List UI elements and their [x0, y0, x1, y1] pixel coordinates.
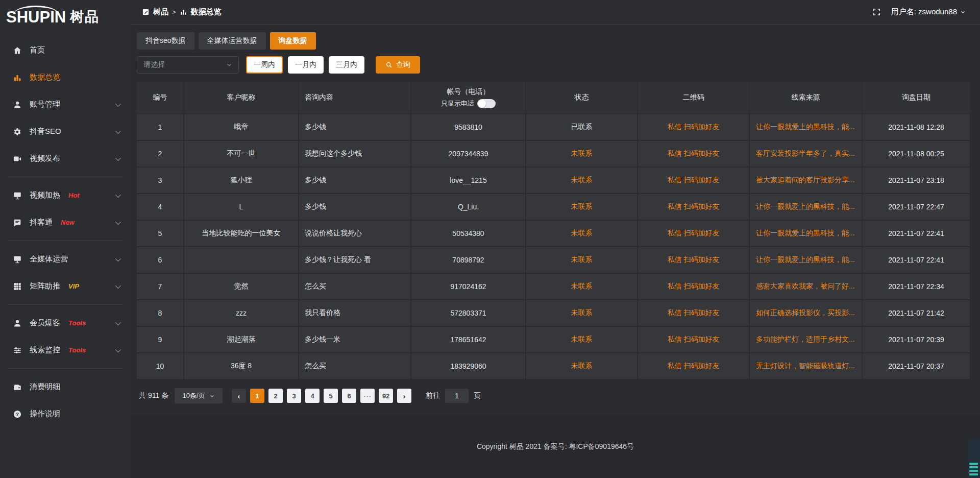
- cell-qr-links[interactable]: 私信 扫码加好友: [638, 327, 750, 353]
- cell-nickname: 觉然: [184, 274, 299, 300]
- cell-account: 9583810: [411, 114, 526, 141]
- footer: Copyright 树品 2021 备案号: 粤ICP备09019646号: [131, 416, 980, 478]
- chevron-down-icon: [115, 101, 121, 106]
- cell-lead-source[interactable]: 客厅安装投影半年多了，真实...: [750, 141, 863, 168]
- page-button[interactable]: 92: [379, 389, 393, 403]
- question-icon: ?: [12, 409, 22, 419]
- sidebar-item[interactable]: 数据总览: [0, 64, 131, 91]
- wallet-icon: [12, 382, 22, 392]
- cell-lead-source[interactable]: 无主灯设计，智能磁吸轨道灯...: [750, 353, 863, 380]
- bar-chart-icon: [180, 8, 187, 16]
- cell-qr-links[interactable]: 私信 扫码加好友: [638, 168, 750, 194]
- sidebar-item[interactable]: 全媒体运营: [0, 246, 131, 273]
- sidebar-item-tag: VIP: [68, 282, 79, 290]
- sidebar-item-label: 会员爆客: [30, 318, 60, 328]
- chevron-down-icon: [115, 155, 121, 160]
- cell-inquiry-date: 2021-11-07 22:47: [863, 194, 970, 221]
- cell-lead-source[interactable]: 如何正确选择投影仪，买投影...: [750, 300, 863, 327]
- sidebar-item[interactable]: ? 操作说明: [0, 400, 131, 427]
- gear-icon: [12, 127, 22, 136]
- page-button[interactable]: ···: [360, 389, 375, 403]
- sidebar-item[interactable]: 消费明细: [0, 373, 131, 400]
- phone-only-toggle[interactable]: [477, 99, 496, 108]
- cell-content: 多少钱？让我死心 看: [299, 247, 411, 274]
- data-tabs: 抖音seo数据全媒体运营数据询盘数据: [137, 32, 969, 50]
- cell-no: 8: [137, 300, 184, 327]
- phone-only-label: 只显示电话: [441, 99, 474, 108]
- cell-lead-source[interactable]: 让你一眼就爱上的黑科技，能...: [750, 114, 863, 141]
- cell-nickname: 哦章: [184, 114, 299, 141]
- cell-content: 多少钱: [299, 114, 411, 141]
- cell-lead-source[interactable]: 感谢大家喜欢我家，被问了好...: [750, 274, 863, 300]
- cell-inquiry-date: 2021-11-08 00:25: [863, 141, 970, 168]
- cell-qr-links[interactable]: 私信 扫码加好友: [638, 194, 750, 221]
- cell-account: 50534380: [411, 221, 526, 247]
- tab[interactable]: 全媒体运营数据: [199, 32, 266, 50]
- sidebar-item[interactable]: 账号管理: [0, 91, 131, 118]
- cell-qr-links[interactable]: 私信 扫码加好友: [638, 300, 750, 327]
- cell-qr-links[interactable]: 私信 扫码加好友: [638, 141, 750, 168]
- period-button[interactable]: 三月内: [329, 56, 364, 74]
- cell-status: 未联系: [526, 194, 638, 221]
- cell-qr-links[interactable]: 私信 扫码加好友: [638, 221, 750, 247]
- sidebar-item[interactable]: 抖客通 New: [0, 209, 131, 236]
- user-menu[interactable]: 用户名: zswodun88: [891, 7, 966, 17]
- corner-widget[interactable]: [967, 439, 980, 478]
- period-buttons: 一周内一月内三月内: [246, 56, 364, 74]
- tab[interactable]: 抖音seo数据: [137, 32, 194, 50]
- sidebar-divider: [8, 368, 122, 369]
- sidebar-item-label: 线索监控: [30, 345, 60, 355]
- tab[interactable]: 询盘数据: [270, 32, 316, 50]
- filter-select[interactable]: 请选择: [137, 56, 239, 74]
- sidebar-item[interactable]: 矩阵助推 VIP: [0, 273, 131, 300]
- cell-lead-source[interactable]: 让你一眼就爱上的黑科技，能...: [750, 221, 863, 247]
- svg-text:?: ?: [16, 411, 19, 417]
- page-jump-input[interactable]: [445, 389, 469, 403]
- page-button[interactable]: 6: [342, 389, 356, 403]
- period-button[interactable]: 一周内: [246, 56, 283, 74]
- table-row: 10 36度 8 怎么买 183929060 未联系 私信 扫码加好友 无主灯设…: [137, 353, 970, 380]
- page-button[interactable]: 4: [305, 389, 320, 403]
- col-header-date: 询盘日期: [863, 82, 970, 114]
- cell-no: 2: [137, 141, 184, 168]
- cell-qr-links[interactable]: 私信 扫码加好友: [638, 353, 750, 380]
- fullscreen-icon[interactable]: [872, 8, 881, 16]
- cell-content: 多少钱: [299, 168, 411, 194]
- page-button[interactable]: 2: [268, 389, 283, 403]
- page-button[interactable]: 3: [287, 389, 301, 403]
- table-row: 3 狐小狸 多少钱 love__1215 未联系 私信 扫码加好友 被大家追着问…: [137, 168, 970, 194]
- chevron-down-icon: [115, 346, 121, 352]
- topbar: 树品 > 数据总览 用户名: zswodun88: [131, 0, 980, 25]
- page-button[interactable]: 5: [324, 389, 338, 403]
- cell-status: 未联系: [526, 221, 638, 247]
- page-size-select[interactable]: 10条/页: [175, 388, 223, 403]
- sidebar-item[interactable]: 抖音SEO: [0, 118, 131, 145]
- cell-no: 7: [137, 274, 184, 300]
- sidebar-item[interactable]: 线索监控 Tools: [0, 337, 131, 364]
- sidebar-item[interactable]: 首页: [0, 37, 131, 64]
- page-button[interactable]: 1: [250, 389, 264, 403]
- cell-inquiry-date: 2021-11-07 20:37: [863, 353, 970, 380]
- period-button[interactable]: 一月内: [288, 56, 324, 74]
- breadcrumb-root[interactable]: 树品: [153, 7, 168, 17]
- cell-status: 未联系: [526, 327, 638, 353]
- cell-content: 怎么买: [299, 353, 411, 380]
- chevron-down-icon: [115, 255, 121, 261]
- cell-qr-links[interactable]: 私信 扫码加好友: [638, 274, 750, 300]
- prev-page-button[interactable]: ‹: [232, 389, 246, 403]
- cell-qr-links[interactable]: 私信 扫码加好友: [638, 114, 750, 141]
- cell-lead-source[interactable]: 让你一眼就爱上的黑科技，能...: [750, 247, 863, 274]
- cell-account: 178651642: [411, 327, 526, 353]
- sidebar-item[interactable]: 视频加热 Hot: [0, 182, 131, 209]
- square-edit-icon: [142, 8, 150, 16]
- search-button[interactable]: 查询: [376, 56, 420, 74]
- next-page-button[interactable]: ›: [397, 389, 411, 403]
- sidebar-item-tag: Tools: [68, 319, 86, 327]
- sidebar-item-label: 数据总览: [30, 73, 60, 82]
- cell-lead-source[interactable]: 让你一眼就爱上的黑科技，能...: [750, 194, 863, 221]
- cell-lead-source[interactable]: 被大家追着问的客厅投影分享...: [750, 168, 863, 194]
- sidebar-item[interactable]: 视频发布: [0, 145, 131, 172]
- sidebar-item[interactable]: 会员爆客 Tools: [0, 309, 131, 337]
- cell-lead-source[interactable]: 多功能护栏灯，适用于乡村文...: [750, 327, 863, 353]
- cell-qr-links[interactable]: 私信 扫码加好友: [638, 247, 750, 274]
